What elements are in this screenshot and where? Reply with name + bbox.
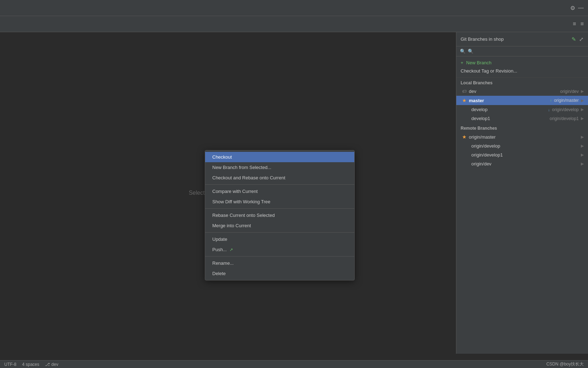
push-arrow-icon: ↗ bbox=[229, 247, 233, 252]
status-indent: 4 spaces bbox=[22, 362, 39, 367]
filter-icon[interactable]: ≡ bbox=[573, 21, 576, 27]
separator-1 bbox=[205, 184, 354, 185]
menu-item-merge-into[interactable]: Merge into Current bbox=[205, 220, 354, 231]
branch-name-develop: develop bbox=[471, 107, 545, 112]
branch-item-origin-develop1[interactable]: origin/develop1 ▶ bbox=[456, 150, 588, 159]
separator-3 bbox=[205, 232, 354, 233]
checkout-tag-label: Checkout Tag or Revision... bbox=[461, 68, 517, 74]
branch-name-origin-develop: origin/develop bbox=[471, 143, 579, 149]
status-bar: UTF-8 4 spaces ⎇ dev CSDN @boy扶长大 bbox=[0, 360, 588, 368]
chevron-right-develop1: ▶ bbox=[581, 116, 584, 121]
chevron-right-origin-develop: ▶ bbox=[581, 144, 584, 148]
local-branches-header: Local Branches bbox=[456, 78, 588, 87]
branch-item-develop1[interactable]: develop1 origin/develop1 ▶ bbox=[456, 114, 588, 123]
menu-item-delete[interactable]: Delete bbox=[205, 268, 354, 279]
status-extra: CSDN @boy扶长大 bbox=[546, 361, 584, 367]
sort-icon[interactable]: ≡ bbox=[581, 21, 584, 27]
tracking-master: origin/master bbox=[554, 98, 579, 103]
minimize-icon[interactable]: — bbox=[578, 5, 584, 11]
tracking-develop: origin/develop bbox=[552, 107, 579, 112]
branch-item-origin-dev[interactable]: origin/dev ▶ bbox=[456, 159, 588, 168]
branch-item-origin-develop[interactable]: origin/develop ▶ bbox=[456, 141, 588, 150]
tag-icon: 🏷 bbox=[462, 89, 467, 94]
new-branch-button[interactable]: + New Branch bbox=[461, 59, 584, 67]
status-encoding: UTF-8 bbox=[4, 362, 16, 367]
context-menu: Checkout New Branch from Selected... Che… bbox=[205, 150, 355, 280]
push-label: Push... bbox=[212, 247, 227, 252]
remote-branches-header: Remote Branches bbox=[456, 123, 588, 132]
git-branches-panel: Git Branches in shop ✎ ⤢ 🔍 + New Branch … bbox=[456, 32, 588, 354]
down-arrow-develop: ↓ bbox=[548, 108, 550, 112]
panel-header-icons: ✎ ⤢ bbox=[572, 36, 584, 43]
separator-2 bbox=[205, 208, 354, 209]
menu-item-checkout-rebase[interactable]: Checkout and Rebase onto Current bbox=[205, 173, 354, 183]
settings-icon[interactable]: ⚙ bbox=[570, 5, 575, 11]
branch-item-develop[interactable]: develop ↓ origin/develop ▶ bbox=[456, 105, 588, 114]
branch-name-master: master bbox=[469, 98, 547, 103]
secondary-bar: ≡ ≡ bbox=[0, 16, 588, 32]
branch-name-origin-master: origin/master bbox=[469, 134, 579, 140]
menu-item-update[interactable]: Update bbox=[205, 234, 354, 244]
separator-4 bbox=[205, 256, 354, 257]
chevron-right-master: ▶ bbox=[581, 98, 584, 103]
panel-title: Git Branches in shop bbox=[461, 36, 504, 42]
panel-header: Git Branches in shop ✎ ⤢ bbox=[456, 32, 588, 46]
menu-item-checkout[interactable]: Checkout bbox=[205, 152, 354, 162]
star-icon-master: ★ bbox=[462, 98, 467, 103]
up-arrow-master: ↑ bbox=[550, 98, 552, 103]
menu-item-rename[interactable]: Rename... bbox=[205, 258, 354, 268]
chevron-right-origin-master: ▶ bbox=[581, 135, 584, 139]
chevron-right-develop: ▶ bbox=[581, 107, 584, 112]
chevron-right-origin-develop1: ▶ bbox=[581, 153, 584, 157]
search-icon: 🔍 bbox=[460, 49, 466, 54]
checkout-tag-button[interactable]: Checkout Tag or Revision... bbox=[461, 67, 584, 75]
branch-search-input[interactable] bbox=[468, 49, 584, 54]
new-branch-label: New Branch bbox=[466, 60, 492, 65]
branch-name-origin-develop1: origin/develop1 bbox=[471, 152, 579, 158]
tracking-develop1: origin/develop1 bbox=[550, 116, 579, 121]
chevron-right-origin-dev: ▶ bbox=[581, 161, 584, 166]
tracking-dev: origin/dev bbox=[560, 89, 579, 94]
branch-actions: + New Branch Checkout Tag or Revision... bbox=[456, 56, 588, 78]
branch-item-master[interactable]: ★ master ↑ origin/master ▶ bbox=[456, 96, 588, 105]
menu-item-compare-current[interactable]: Compare with Current bbox=[205, 186, 354, 197]
branch-name-origin-dev: origin/dev bbox=[471, 161, 579, 166]
edit-branch-icon[interactable]: ✎ bbox=[572, 36, 576, 43]
star-icon-origin-master: ★ bbox=[462, 134, 467, 140]
expand-panel-icon[interactable]: ⤢ bbox=[579, 36, 584, 43]
chevron-right-dev: ▶ bbox=[581, 89, 584, 94]
branch-name-develop1: develop1 bbox=[471, 116, 548, 121]
branch-icon: ⎇ bbox=[45, 362, 50, 367]
menu-item-new-branch-from-selected[interactable]: New Branch from Selected... bbox=[205, 162, 354, 173]
branch-name-dev: dev bbox=[469, 89, 558, 94]
status-branch[interactable]: ⎇ dev bbox=[45, 362, 58, 367]
menu-item-show-diff[interactable]: Show Diff with Working Tree bbox=[205, 197, 354, 207]
top-bar: ⚙ — bbox=[0, 0, 588, 16]
branches-container: Local Branches 🏷 dev origin/dev ▶ ★ mast… bbox=[456, 78, 588, 354]
branch-search-bar: 🔍 bbox=[456, 46, 588, 56]
branch-item-dev[interactable]: 🏷 dev origin/dev ▶ bbox=[456, 87, 588, 96]
branch-name-status: dev bbox=[51, 362, 58, 367]
menu-item-push[interactable]: Push... ↗ bbox=[205, 244, 354, 255]
branch-item-origin-master[interactable]: ★ origin/master ▶ bbox=[456, 132, 588, 141]
plus-icon: + bbox=[461, 60, 463, 65]
menu-item-rebase-current[interactable]: Rebase Current onto Selected bbox=[205, 210, 354, 220]
